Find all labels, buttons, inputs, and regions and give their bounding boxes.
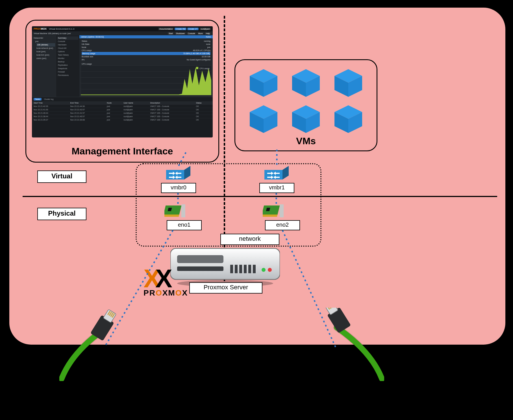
svg-rect-40	[235, 265, 238, 273]
btn-shutdown[interactable]: Shutdown	[175, 32, 186, 35]
vm-cube-icon	[248, 104, 279, 135]
tree-node[interactable]: pve	[33, 40, 55, 43]
ethernet-cable-left	[59, 308, 133, 381]
label-proxmox-server: Proxmox Server	[189, 282, 262, 294]
task-row[interactable]: Nov 23 21:38:44Nov 23 21:40:57pveroot@pa…	[32, 115, 213, 118]
task-row[interactable]: Nov 23 21:42:35Nov 23 21:44:36pveroot@pa…	[32, 105, 213, 108]
kv-mem-v: 73.08% (1.46 GiB of 2.00 GiB)	[183, 52, 210, 55]
kv-node-k: Node	[82, 46, 86, 49]
svg-rect-37	[177, 255, 223, 263]
nic-icon-eno1	[164, 204, 188, 219]
label-physical: Physical	[37, 208, 86, 220]
svg-rect-33	[263, 215, 278, 217]
kv-status-v: running	[204, 40, 210, 43]
vm-cube-icon	[248, 67, 279, 99]
svg-marker-23	[166, 170, 184, 180]
kv-ha-v: none	[206, 43, 210, 46]
menu-snapshots[interactable]: Snapshots	[57, 67, 78, 70]
kv-cpu-k: CPU usage	[82, 49, 92, 52]
top-toolbar: Documentation Create VM Create CT root@p…	[158, 28, 211, 30]
notes-title: Notes	[206, 36, 211, 38]
svg-rect-41	[239, 265, 242, 273]
proxmox-version: Virtual Environment 6.1-3	[49, 28, 74, 30]
svg-rect-43	[248, 265, 251, 273]
btn-more[interactable]: More	[197, 32, 204, 35]
summary-title: debian (Uptime: 00:08:42)	[81, 36, 104, 38]
vm-breadcrumb: Virtual Machine 100 (debian) on node 'pv…	[34, 32, 71, 34]
task-row[interactable]: Nov 23 21:41:55Nov 23 21:42:57pveroot@pa…	[32, 108, 213, 111]
menu-firewall[interactable]: Firewall	[57, 70, 78, 74]
tree-storage[interactable]: users (pve)	[33, 57, 55, 60]
menu-console[interactable]: Console	[57, 40, 78, 43]
btn-create-vm[interactable]: Create VM	[175, 28, 186, 30]
btn-start[interactable]: Start	[168, 32, 174, 35]
nic-icon-eno2	[263, 204, 286, 219]
svg-rect-29	[164, 215, 179, 217]
btn-help[interactable]: Help	[205, 32, 211, 35]
proxmox-logo: XX PROXMOX	[144, 269, 200, 308]
resource-tree[interactable]: Datacenter pve 100 (debian) local-networ…	[32, 35, 56, 97]
svg-point-46	[268, 268, 272, 272]
menu-backup[interactable]: Backup	[57, 60, 78, 64]
management-interface-card: PROXMOX Virtual Environment 6.1-3 Docume…	[25, 20, 219, 163]
vm-cube-icon	[290, 67, 321, 99]
user-menu[interactable]: root@pam	[199, 28, 211, 30]
tree-storage[interactable]: local (pve)	[33, 50, 55, 53]
chart-title: CPU usage	[79, 62, 213, 65]
vm-cube-icon	[333, 104, 364, 135]
kv-ha-k: HA State	[82, 43, 90, 46]
tree-storage[interactable]: local-network (pve)	[33, 47, 55, 50]
tree-datacenter[interactable]: Datacenter	[33, 36, 55, 40]
menu-hardware[interactable]: Hardware	[57, 43, 78, 47]
task-table: Start Time End Time Node User name Descr…	[32, 101, 213, 121]
switch-icon-vmbr0	[166, 166, 190, 182]
vm-cube-grid	[247, 67, 365, 135]
btn-console[interactable]: Console	[187, 32, 196, 35]
label-eno2: eno2	[265, 220, 300, 230]
proxmox-ui-logo: PROXMOX	[34, 27, 47, 30]
svg-rect-28	[164, 205, 182, 215]
label-vmbr0: vmbr0	[161, 183, 196, 193]
label-virtual: Virtual	[37, 170, 86, 183]
task-row[interactable]: Nov 23 21:35:27Nov 23 21:36:08pveroot@pa…	[32, 118, 213, 122]
btn-create-ct[interactable]: Create CT	[187, 28, 199, 30]
vm-cube-icon	[333, 67, 364, 99]
tab-tasks[interactable]: Tasks	[34, 98, 42, 100]
svg-rect-44	[253, 265, 256, 273]
tree-vm-100[interactable]: 100 (debian)	[36, 43, 55, 47]
menu-summary[interactable]: Summary	[57, 36, 78, 40]
kv-boot-v: 32.00 GiB	[202, 55, 210, 58]
vms-card: VMs	[234, 59, 377, 151]
svg-marker-26	[264, 170, 282, 180]
task-log: Tasks Cluster log Start Time End Time No…	[32, 97, 213, 124]
svg-marker-27	[282, 166, 289, 180]
vm-side-menu[interactable]: Summary Console Hardware Cloud-Init Opti…	[56, 35, 79, 97]
kv-node-v: pve	[207, 46, 210, 49]
label-eno1: eno1	[167, 220, 202, 230]
menu-taskhistory[interactable]: Task History	[57, 53, 78, 57]
svg-rect-32	[263, 205, 280, 215]
task-header: Start Time End Time Node User name Descr…	[32, 101, 213, 105]
ethernet-cable-right	[311, 308, 384, 381]
menu-cloudinit[interactable]: Cloud-Init	[57, 47, 78, 50]
kv-mem-k: Memory usage	[82, 52, 95, 55]
vm-cube-icon	[290, 104, 321, 135]
svg-rect-42	[244, 265, 247, 273]
menu-monitor[interactable]: Monitor	[57, 57, 78, 60]
svg-rect-34	[280, 204, 284, 217]
kv-ips-v: No Guest Agent configured	[187, 58, 210, 61]
cpu-usage-chart: CPU usage	[81, 65, 212, 96]
menu-permissions[interactable]: Permissions	[57, 74, 78, 77]
svg-rect-39	[230, 265, 233, 273]
menu-options[interactable]: Options	[57, 50, 78, 53]
btn-documentation[interactable]: Documentation	[158, 28, 174, 30]
menu-replication[interactable]: Replication	[57, 64, 78, 67]
switch-icon-vmbr1	[264, 166, 289, 182]
vms-caption: VMs	[235, 135, 377, 146]
tree-storage[interactable]: local-lvm (pve)	[33, 53, 55, 57]
diagram-canvas: PROXMOX Virtual Environment 6.1-3 Docume…	[0, 0, 513, 420]
management-caption: Management Interface	[26, 146, 218, 157]
tab-clusterlog[interactable]: Cluster log	[43, 98, 55, 100]
kv-boot-k: Bootdisk size	[82, 55, 93, 58]
task-row[interactable]: Nov 23 21:40:44Nov 23 21:41:57pveroot@pa…	[32, 111, 213, 115]
